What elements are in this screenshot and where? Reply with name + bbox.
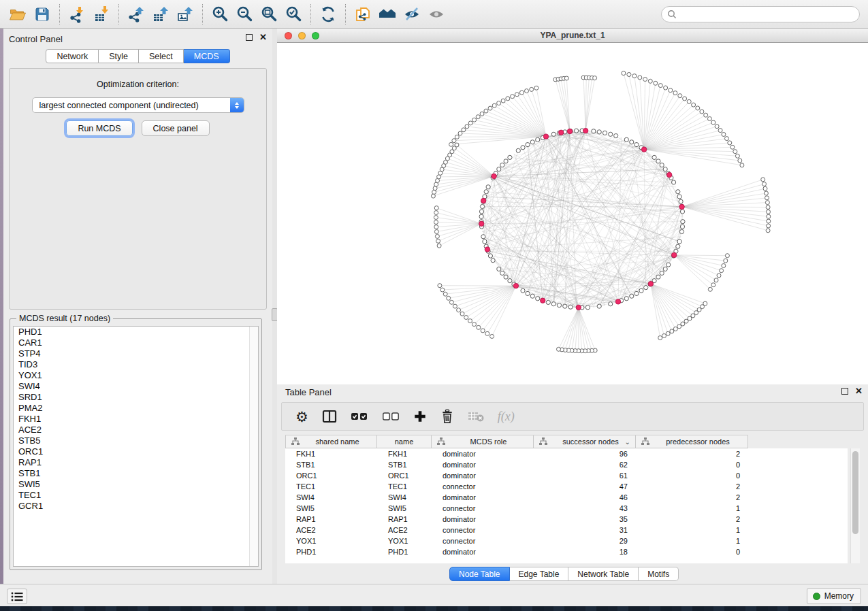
list-item[interactable]: FKH1 — [14, 414, 258, 425]
table-cell: STB1 — [377, 459, 432, 470]
status-bar: Memory — [0, 584, 868, 606]
table-scrollbar[interactable] — [850, 448, 860, 563]
list-item[interactable]: SWI4 — [14, 381, 258, 392]
tab-network[interactable]: Network — [46, 49, 99, 63]
table-cell: RAP1 — [285, 514, 377, 525]
scrollbar-thumb[interactable] — [852, 451, 858, 534]
float-panel-icon[interactable] — [246, 34, 253, 41]
table-cell: 29 — [534, 535, 636, 546]
criterion-dropdown[interactable]: largest connected component (undirected) — [32, 97, 244, 113]
column-header-shared-name[interactable]: shared name — [285, 435, 377, 448]
import-table-icon[interactable] — [89, 3, 114, 26]
add-row-icon[interactable] — [413, 406, 427, 427]
list-item[interactable]: ORC1 — [14, 446, 258, 457]
zoom-selected-icon[interactable] — [281, 3, 306, 26]
toolbar-separator — [59, 4, 60, 24]
sort-indicator-icon: ⌄ — [625, 438, 630, 446]
column-header-mcds-role[interactable]: MCDS role — [432, 435, 534, 448]
close-panel-button[interactable]: Close panel — [142, 120, 210, 136]
memory-button-label: Memory — [824, 591, 854, 601]
table-cell: 2 — [636, 492, 748, 503]
panel-layout-icon[interactable] — [322, 406, 337, 427]
list-item[interactable]: TID3 — [14, 359, 258, 370]
window-close-icon[interactable] — [285, 32, 292, 39]
list-item[interactable]: SWI5 — [14, 479, 258, 490]
list-item[interactable]: STB1 — [14, 468, 258, 479]
table-row[interactable]: FKH1FKH1dominator962 — [285, 448, 848, 459]
window-minimize-icon[interactable] — [298, 32, 306, 39]
list-item[interactable]: PHD1 — [14, 327, 258, 337]
float-panel-icon[interactable] — [841, 388, 848, 395]
tab-select[interactable]: Select — [139, 49, 184, 63]
delete-row-icon[interactable] — [440, 406, 454, 427]
column-header-predecessor-nodes[interactable]: predecessor nodes — [636, 435, 748, 448]
table-row[interactable]: YOX1YOX1connector291 — [285, 535, 848, 546]
export-image-icon[interactable] — [173, 3, 197, 26]
application-window: Control Panel ✕ NetworkStyleSelectMCDS O… — [0, 0, 868, 611]
list-item[interactable]: TEC1 — [14, 490, 258, 501]
window-zoom-icon[interactable] — [312, 32, 319, 39]
tab-node-table[interactable]: Node Table — [449, 567, 510, 581]
tab-motifs[interactable]: Motifs — [639, 567, 679, 581]
open-session-icon[interactable] — [5, 3, 30, 26]
table-row[interactable]: TEC1TEC1connector472 — [285, 481, 848, 492]
import-network-icon[interactable] — [65, 3, 89, 26]
list-item[interactable]: RAP1 — [14, 457, 258, 468]
tab-mcds[interactable]: MCDS — [184, 49, 230, 63]
mcds-result-list[interactable]: PHD1CAR1STP4TID3YOX1SWI4SRD1PMA2FKH1ACE2… — [13, 326, 259, 567]
table-row[interactable]: ORC1ORC1dominator610 — [285, 470, 848, 481]
list-item[interactable]: STP4 — [14, 348, 258, 359]
close-panel-icon[interactable]: ✕ — [259, 34, 267, 41]
list-item[interactable]: PMA2 — [14, 403, 258, 414]
export-table-icon[interactable] — [148, 3, 173, 26]
list-item[interactable]: CAR1 — [14, 337, 258, 348]
tab-style[interactable]: Style — [99, 49, 139, 63]
table-row[interactable]: SWI5SWI5connector431 — [285, 503, 848, 514]
network-canvas[interactable] — [277, 43, 868, 383]
list-item[interactable]: SRD1 — [14, 392, 258, 403]
control-panel-titlebar: Control Panel ✕ — [3, 29, 272, 49]
hide-selected-icon[interactable] — [400, 3, 424, 26]
search-icon — [667, 10, 677, 19]
zoom-out-icon[interactable] — [232, 3, 257, 26]
close-panel-icon[interactable]: ✕ — [855, 388, 863, 395]
column-header-successor-nodes[interactable]: successor nodes⌄ — [534, 435, 636, 448]
control-panel-tabs: NetworkStyleSelectMCDS — [3, 49, 272, 63]
table-row[interactable]: SWI4SWI4dominator462 — [285, 492, 848, 503]
table-cell: SWI5 — [285, 503, 377, 514]
search-input[interactable] — [677, 7, 859, 21]
tab-network-table[interactable]: Network Table — [568, 567, 639, 581]
table-row[interactable]: ACE2ACE2connector311 — [285, 525, 848, 535]
zoom-fit-icon[interactable] — [257, 3, 281, 26]
panel-splitter[interactable] — [272, 29, 277, 584]
status-menu-button[interactable] — [7, 589, 27, 604]
list-scrollbar-track[interactable] — [249, 327, 258, 566]
zoom-in-icon[interactable] — [208, 3, 232, 26]
deselect-all-icon[interactable] — [382, 406, 400, 427]
table-cell: RAP1 — [377, 514, 432, 525]
first-neighbors-icon[interactable] — [375, 3, 400, 26]
clone-network-icon[interactable] — [351, 3, 375, 26]
network-window-titlebar[interactable]: YPA_prune.txt_1 — [277, 29, 868, 43]
export-network-icon[interactable] — [124, 3, 148, 26]
table-row[interactable]: PHD1PHD1dominator180 — [285, 546, 848, 557]
tab-edge-table[interactable]: Edge Table — [510, 567, 569, 581]
select-all-icon[interactable] — [351, 406, 368, 427]
list-item[interactable]: STB5 — [14, 435, 258, 446]
table-settings-icon[interactable]: ⚙ — [295, 406, 308, 427]
memory-button[interactable]: Memory — [807, 588, 861, 604]
show-all-icon[interactable] — [424, 3, 449, 26]
table-body[interactable]: FKH1FKH1dominator962STB1STB1dominator620… — [285, 448, 848, 563]
table-row[interactable]: STB1STB1dominator620 — [285, 459, 848, 470]
table-row[interactable]: RAP1RAP1dominator352 — [285, 514, 848, 525]
list-item[interactable]: YOX1 — [14, 370, 258, 381]
save-session-icon[interactable] — [30, 3, 54, 26]
toolbar-search[interactable] — [661, 6, 860, 22]
column-header-name[interactable]: name — [377, 435, 432, 448]
list-item[interactable]: GCR1 — [14, 501, 258, 512]
run-mcds-button[interactable]: Run MCDS — [66, 120, 132, 136]
table-cell: 35 — [534, 514, 636, 525]
list-item[interactable]: ACE2 — [14, 425, 258, 435]
toolbar-separator — [345, 4, 346, 24]
apply-layout-icon[interactable] — [316, 3, 340, 26]
